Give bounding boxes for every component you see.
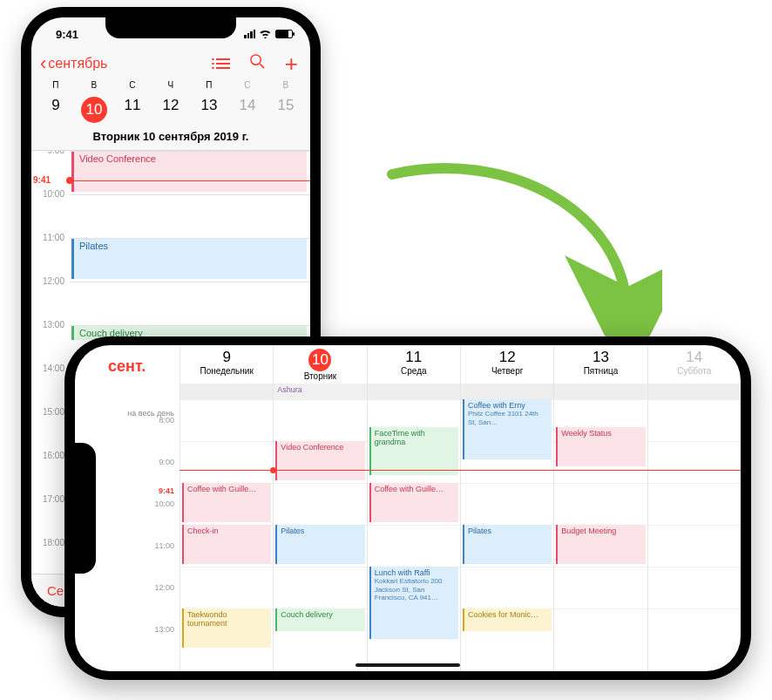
calendar-event[interactable]: Weekly Status: [556, 427, 645, 466]
column-body: Video ConferencePilatesCouch delivery: [274, 399, 366, 671]
week-dates: 9101112131415: [37, 93, 305, 126]
hour-line: [368, 525, 460, 526]
week-initials: ПВСЧПСВ: [37, 80, 305, 90]
calendar-event[interactable]: Coffee with ErnyPhilz Coffee 3101 24th S…: [463, 399, 552, 459]
hour-label: 9:00: [35, 151, 64, 155]
week-initial: В: [75, 80, 113, 90]
allday-cell: [554, 384, 647, 399]
column-date: 13: [554, 349, 647, 366]
calendar-event[interactable]: Couch delivery: [275, 608, 364, 631]
column-body: Weekly StatusBudget Meeting: [554, 399, 647, 671]
calendar-event[interactable]: Budget Meeting: [556, 525, 645, 564]
calendar-event[interactable]: FaceTime with grandma: [369, 427, 458, 475]
day-column[interactable]: 14Суббота: [647, 345, 741, 671]
column-date: 12: [461, 349, 553, 366]
hour-label: 9:00: [159, 458, 174, 466]
calendar-event[interactable]: Lunch with RaffiKokkari Estiatorio 200 J…: [369, 567, 458, 639]
add-icon[interactable]: +: [285, 56, 298, 71]
column-header[interactable]: 14Суббота: [648, 345, 741, 384]
column-header[interactable]: 11Среда: [368, 345, 460, 384]
hour-line: [648, 525, 741, 526]
battery-icon: [275, 30, 293, 38]
hour-line: [180, 567, 273, 567]
hour-line: [274, 567, 366, 567]
week-date[interactable]: 14: [228, 93, 267, 126]
notch: [75, 443, 96, 574]
calendar-event[interactable]: Taekwondo tournament: [182, 608, 271, 648]
allday-cell: [368, 384, 460, 399]
hour-line: [554, 483, 647, 484]
hour-label: 16:00: [35, 451, 64, 460]
phone-landscape-frame: сент. на весь день 8:009:0010:0011:0012:…: [64, 336, 751, 680]
calendar-event[interactable]: Cookies for Monic…: [463, 608, 552, 631]
week-date[interactable]: 15: [267, 93, 305, 126]
hour-line: [368, 399, 460, 400]
week-strip: ПВСЧПСВ 9101112131415 Вторник 10 сентябр…: [31, 80, 310, 151]
column-body: [648, 399, 741, 671]
column-header[interactable]: 13Пятница: [554, 345, 647, 384]
hour-line: [554, 399, 647, 400]
back-button[interactable]: ‹ сентябрь: [40, 52, 107, 75]
day-column[interactable]: 13ПятницаWeekly StatusBudget Meeting: [553, 345, 647, 671]
hour-label: 11:00: [35, 233, 64, 242]
allday-cell: [180, 384, 273, 399]
nav-bar: ‹ сентябрь +: [31, 51, 310, 80]
calendar-event[interactable]: Video Conference: [275, 441, 364, 480]
column-header[interactable]: 12Четверг: [461, 345, 553, 384]
week-initial: Ч: [152, 80, 190, 90]
column-body: Coffee with Guille…Check-inTaekwondo tou…: [180, 399, 273, 671]
hour-row: 12:00: [70, 282, 310, 325]
column-date: 10: [308, 349, 331, 371]
column-header[interactable]: 9Понедельник: [180, 345, 273, 384]
hour-line: [554, 567, 647, 567]
column-header[interactable]: 10Вторник: [274, 345, 366, 384]
week-date[interactable]: 9: [37, 93, 75, 126]
rotate-arrow-icon: [349, 157, 662, 357]
hour-label: 13:00: [154, 625, 174, 634]
week-date[interactable]: 12: [152, 93, 190, 126]
week-initial: С: [228, 80, 267, 90]
day-column[interactable]: 12ЧетвергCoffee with ErnyPhilz Coffee 31…: [460, 345, 553, 671]
calendar-event[interactable]: Coffee with Guille…: [369, 483, 458, 522]
hour-line: [274, 399, 366, 400]
hour-line: [274, 483, 366, 484]
allday-cell[interactable]: Ashura: [274, 384, 366, 399]
svg-line-1: [260, 64, 264, 68]
search-icon[interactable]: [249, 53, 266, 74]
list-view-icon[interactable]: [216, 58, 230, 69]
day-column[interactable]: 9ПонедельникCoffee with Guille…Check-inT…: [179, 345, 273, 671]
hour-line: [461, 483, 553, 484]
calendar-event[interactable]: Pilates: [463, 525, 552, 564]
calendar-event[interactable]: Video Conference: [71, 152, 307, 192]
week-initial: П: [37, 80, 75, 90]
column-date: 9: [180, 349, 273, 366]
notch: [105, 17, 236, 38]
hour-label: 17:00: [35, 494, 64, 504]
day-column[interactable]: 10ВторникAshuraVideo ConferencePilatesCo…: [273, 345, 366, 671]
week-date[interactable]: 13: [190, 93, 228, 126]
week-date[interactable]: 10: [75, 93, 113, 126]
week-date[interactable]: 11: [113, 93, 152, 126]
calendar-event[interactable]: Check-in: [182, 525, 271, 564]
now-label: 9:41: [33, 175, 51, 185]
allday-cell: [461, 384, 553, 399]
calendar-event[interactable]: Pilates: [71, 239, 307, 279]
column-date: 14: [648, 349, 741, 366]
home-indicator[interactable]: [356, 663, 460, 667]
calendar-event[interactable]: Coffee with Guille…: [182, 483, 271, 522]
month-button[interactable]: сент.: [108, 357, 179, 384]
landscape-grid[interactable]: 9ПонедельникCoffee with Guille…Check-inT…: [179, 345, 741, 671]
hour-label: 12:00: [35, 276, 64, 286]
now-label: 9:41: [159, 486, 174, 495]
landscape-screen: сент. на весь день 8:009:0010:0011:0012:…: [75, 345, 741, 671]
status-time: 9:41: [56, 28, 78, 41]
hour-label: 14:00: [35, 364, 64, 373]
column-body: FaceTime with grandmaCoffee with Guille……: [368, 399, 460, 671]
hour-line: [648, 399, 741, 400]
column-dow: Вторник: [274, 371, 366, 381]
day-column[interactable]: 11СредаFaceTime with grandmaCoffee with …: [367, 345, 460, 671]
now-indicator: [179, 470, 741, 471]
calendar-event[interactable]: Pilates: [275, 525, 364, 564]
hour-row: 10:00: [70, 194, 310, 238]
column-dow: Понедельник: [180, 366, 273, 376]
